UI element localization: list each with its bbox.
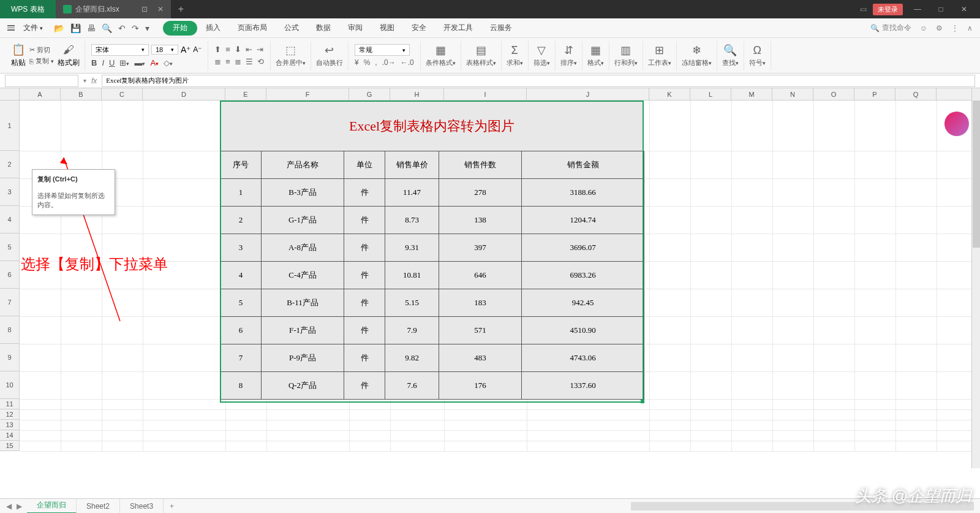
comma-icon[interactable]: , [375,58,377,67]
table-cell[interactable]: P-9产品 [262,344,344,372]
row-header[interactable]: 1 [0,101,20,151]
conditional-format-button[interactable]: ▦条件格式▾ [421,41,461,70]
print-icon[interactable]: 🖶 [87,23,96,33]
table-cell[interactable]: 11.47 [385,179,439,207]
col-header[interactable]: D [143,88,225,100]
user-avatar[interactable] [944,112,969,136]
align-middle-icon[interactable]: ≡ [225,45,230,54]
increase-font-icon[interactable]: A⁺ [181,45,190,55]
fx-icon[interactable]: fx [91,77,97,85]
hamburger-icon[interactable] [7,25,15,31]
table-cell[interactable]: 7 [221,344,262,372]
align-center-icon[interactable]: ≡ [225,57,230,66]
table-cell[interactable]: 1337.60 [522,372,644,400]
col-header[interactable]: O [813,88,854,100]
row-col-button[interactable]: ▥行和列▾ [609,41,643,70]
font-size-select[interactable]: 18▾ [151,45,178,55]
table-style-button[interactable]: ▤表格样式▾ [461,41,502,70]
table-cell[interactable]: C-4产品 [262,262,344,289]
table-cell[interactable]: 483 [439,344,522,372]
col-header[interactable]: H [390,88,444,100]
table-cell[interactable]: A-8产品 [262,234,344,262]
col-header[interactable]: E [225,88,266,100]
ribbon-tab-3[interactable]: 公式 [276,18,307,38]
row-header[interactable]: 3 [0,178,20,206]
col-header[interactable]: G [349,88,390,100]
align-left-icon[interactable]: ≣ [214,57,221,66]
table-cell[interactable]: 2 [221,207,262,234]
col-header[interactable]: B [61,88,102,100]
table-cell[interactable]: 942.45 [522,289,644,317]
symbol-button[interactable]: Ω符号▾ [744,41,771,70]
ribbon-tab-4[interactable]: 数据 [307,18,339,38]
freeze-button[interactable]: ❄冻结窗格▾ [677,41,717,70]
table-cell[interactable]: 件 [344,207,385,234]
table-header[interactable]: 销售单价 [385,151,439,179]
row-header[interactable]: 9 [0,344,20,371]
row-header[interactable]: 12 [0,409,20,420]
table-cell[interactable]: 4 [221,262,262,289]
fill-color-button[interactable]: ▬▾ [134,58,145,67]
percent-icon[interactable]: % [364,58,371,67]
table-cell[interactable]: B-11产品 [262,289,344,317]
table-cell[interactable]: 3188.66 [522,179,644,207]
table-cell[interactable]: 3 [221,234,262,262]
redo-icon[interactable]: ↷ [132,23,139,33]
worksheet-button[interactable]: ⊞工作表▾ [643,41,677,70]
row-header[interactable]: 10 [0,371,20,399]
settings-icon[interactable]: ⚙ [936,24,943,32]
file-menu[interactable]: 文件▾ [20,23,47,33]
row-header[interactable]: 4 [0,206,20,234]
font-name-select[interactable]: 宋体▾ [91,44,149,56]
table-cell[interactable]: Q-2产品 [262,372,344,400]
table-cell[interactable]: 9.31 [385,234,439,262]
ribbon-tab-9[interactable]: 云服务 [481,18,521,38]
open-icon[interactable]: 📂 [54,23,64,33]
merge-center-button[interactable]: ⬚合并居中▾ [271,41,311,70]
table-cell[interactable]: 1204.74 [522,207,644,234]
table-header[interactable]: 销售件数 [439,151,522,179]
sum-button[interactable]: Σ求和▾ [502,41,529,70]
table-cell[interactable]: 278 [439,179,522,207]
table-cell[interactable]: 8.73 [385,207,439,234]
table-cell[interactable]: B-3产品 [262,179,344,207]
find-button[interactable]: 🔍查找▾ [717,41,744,70]
menu-vdots-icon[interactable]: ⋮ [951,24,959,32]
table-cell[interactable]: 件 [344,289,385,317]
table-cell[interactable]: 183 [439,289,522,317]
format-button[interactable]: ▦格式▾ [582,41,609,70]
table-cell[interactable]: 138 [439,207,522,234]
table-cell[interactable]: 5.15 [385,289,439,317]
col-header[interactable]: P [854,88,895,100]
table-cell[interactable]: 4510.90 [522,317,644,344]
qat-dropdown[interactable]: ▾ [145,23,149,33]
table-cell[interactable]: G-1产品 [262,207,344,234]
copy-button[interactable]: ⎘复制▾ [29,56,54,66]
col-header[interactable]: J [527,88,649,100]
table-cell[interactable]: 件 [344,344,385,372]
orientation-icon[interactable]: ⟲ [257,57,264,66]
italic-button[interactable]: I [102,58,104,67]
table-cell[interactable]: 5 [221,289,262,317]
table-header[interactable]: 销售金额 [522,151,644,179]
align-right-icon[interactable]: ≣ [235,57,241,66]
formula-input[interactable]: Excel复制表格内容转为图片 [102,75,975,87]
table-cell[interactable]: 176 [439,372,522,400]
sort-button[interactable]: ⇵排序▾ [556,41,582,70]
table-cell[interactable]: 件 [344,372,385,400]
ribbon-tab-6[interactable]: 视图 [371,18,403,38]
filter-button[interactable]: ▽筛选▾ [529,41,556,70]
row-header[interactable]: 15 [0,441,20,451]
row-header[interactable]: 6 [0,261,20,289]
table-header[interactable]: 单位 [344,151,385,179]
row-header[interactable]: 14 [0,430,20,441]
add-tab-button[interactable]: + [171,4,191,15]
undo-icon[interactable]: ↶ [118,23,126,33]
table-cell[interactable]: 571 [439,317,522,344]
highlight-button[interactable]: ◇▾ [164,58,173,67]
row-header[interactable]: 7 [0,289,20,316]
format-painter-button[interactable]: 🖌 格式刷 [58,44,80,68]
table-cell[interactable]: F-1产品 [262,317,344,344]
login-badge[interactable]: 未登录 [873,4,903,15]
ribbon-tab-7[interactable]: 安全 [403,18,435,38]
